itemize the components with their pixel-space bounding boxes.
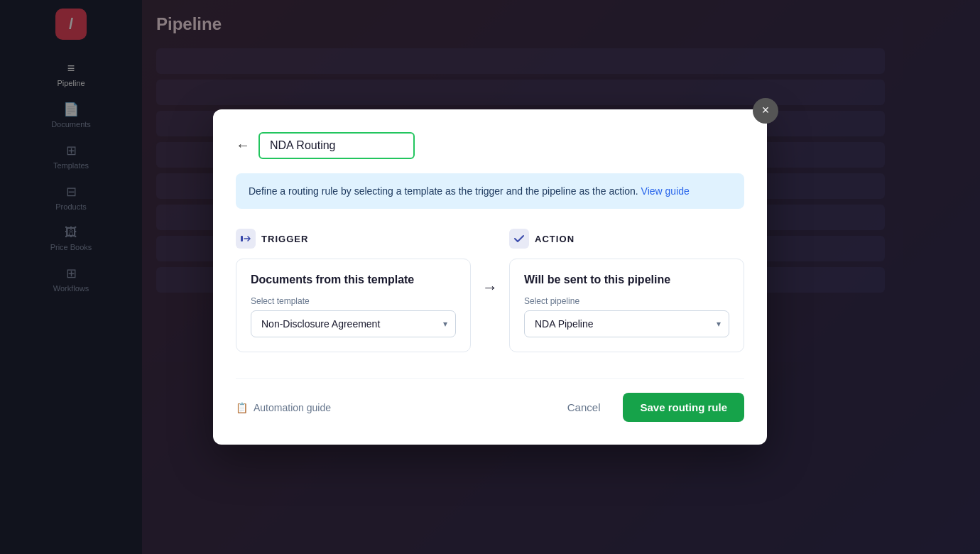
modal-close-button[interactable]: × (753, 98, 778, 124)
action-section: Action Will be sent to this pipeline Sel… (509, 229, 744, 352)
routing-rule-name-input[interactable] (258, 132, 415, 159)
trigger-card-title: Documents from this template (251, 273, 456, 286)
trigger-label: TRIGGER (261, 234, 309, 244)
template-select[interactable]: Non-Disclosure Agreement Sales Contract … (251, 310, 456, 337)
action-select-label: Select pipeline (524, 296, 729, 306)
trigger-icon (236, 229, 256, 249)
info-banner-text: Define a routing rule by selecting a tem… (249, 185, 638, 197)
automation-guide-button[interactable]: 📋 Automation guide (236, 402, 331, 413)
automation-guide-icon: 📋 (236, 402, 248, 413)
info-banner: Define a routing rule by selecting a tem… (236, 173, 744, 209)
modal-overlay: × ← Define a routing rule by selecting a… (0, 0, 980, 554)
action-header: Action (509, 229, 744, 249)
back-button[interactable]: ← (236, 137, 250, 153)
trigger-card: Documents from this template Select temp… (236, 259, 471, 352)
trigger-action-columns: TRIGGER Documents from this template Sel… (236, 229, 744, 352)
action-select-wrapper: NDA Pipeline Sales Pipeline Default Pipe… (524, 310, 729, 337)
trigger-select-label: Select template (251, 296, 456, 306)
save-routing-rule-button[interactable]: Save routing rule (623, 393, 744, 422)
cancel-button[interactable]: Cancel (553, 394, 615, 420)
action-card: Will be sent to this pipeline Select pip… (509, 259, 744, 352)
arrow-connector: → (471, 229, 509, 297)
routing-rule-modal: × ← Define a routing rule by selecting a… (213, 109, 767, 445)
trigger-select-wrapper: Non-Disclosure Agreement Sales Contract … (251, 310, 456, 337)
modal-footer: 📋 Automation guide Cancel Save routing r… (236, 378, 744, 422)
view-guide-link[interactable]: View guide (641, 185, 690, 197)
pipeline-select[interactable]: NDA Pipeline Sales Pipeline Default Pipe… (524, 310, 729, 337)
trigger-section: TRIGGER Documents from this template Sel… (236, 229, 471, 352)
action-icon (509, 229, 529, 249)
svg-rect-0 (241, 236, 243, 241)
automation-guide-label: Automation guide (254, 402, 331, 413)
action-card-title: Will be sent to this pipeline (524, 273, 729, 286)
action-label: Action (535, 234, 575, 244)
modal-header: ← (236, 132, 744, 159)
trigger-header: TRIGGER (236, 229, 471, 249)
footer-actions: Cancel Save routing rule (553, 393, 744, 422)
